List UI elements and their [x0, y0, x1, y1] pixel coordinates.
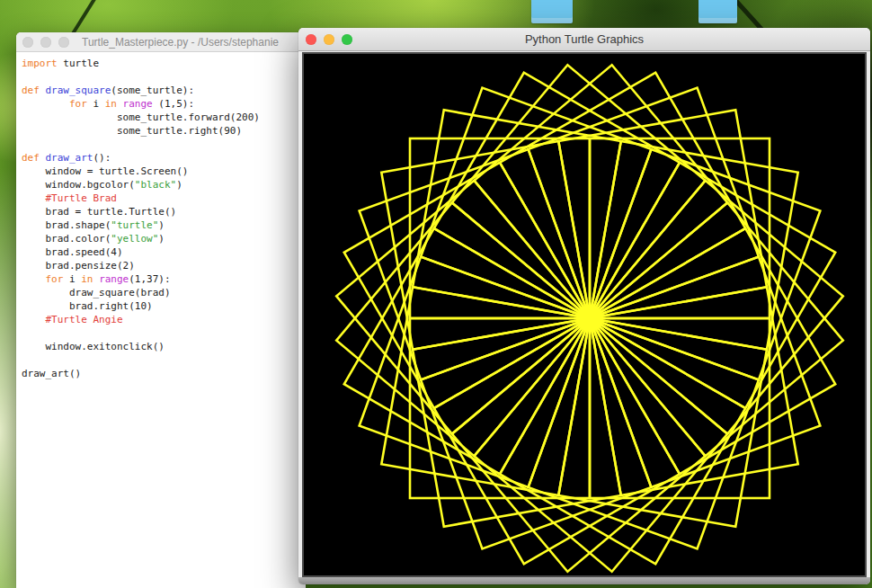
- turtle-graphics-window: Python Turtle Graphics: [298, 28, 870, 584]
- code-line: draw_art(): [22, 367, 306, 380]
- background-window-peek[interactable]: [531, 0, 573, 23]
- window-bottom-edge: [298, 577, 870, 584]
- minimize-button[interactable]: [40, 37, 51, 48]
- zoom-button[interactable]: [58, 37, 69, 48]
- code-line: brad.shape("turtle"): [22, 218, 306, 232]
- code-line: brad.speed(4): [22, 245, 306, 259]
- code-line: [22, 353, 306, 367]
- code-line: def draw_square(some_turtle):: [22, 84, 306, 97]
- code-line: [22, 138, 306, 151]
- code-line: brad.right(10): [22, 299, 306, 313]
- code-line: draw_square(brad): [22, 286, 306, 299]
- spirograph-svg: [304, 54, 865, 575]
- code-line: brad = turtle.Turtle(): [22, 205, 306, 218]
- code-line: window.bgcolor("black"): [22, 178, 306, 192]
- code-editor[interactable]: import turtledef draw_square(some_turtle…: [16, 52, 306, 588]
- code-line: some_turtle.forward(200): [22, 111, 306, 124]
- code-line: [22, 70, 306, 84]
- turtle-window-title: Python Turtle Graphics: [298, 32, 870, 46]
- turtle-titlebar[interactable]: Python Turtle Graphics: [298, 28, 870, 51]
- turtle-canvas[interactable]: [302, 52, 867, 577]
- editor-window-title: Turtle_Masterpiece.py - /Users/stephanie: [82, 36, 279, 49]
- background-window-peek[interactable]: [698, 0, 737, 23]
- editor-titlebar[interactable]: Turtle_Masterpiece.py - /Users/stephanie: [16, 32, 306, 52]
- code-line: [22, 326, 306, 340]
- code-line: def draw_art():: [22, 151, 306, 165]
- close-button[interactable]: [22, 37, 33, 48]
- code-line: for i in range(1,37):: [22, 272, 306, 286]
- code-line: some_turtle.right(90): [22, 124, 306, 138]
- code-line: window = turtle.Screen(): [22, 165, 306, 178]
- editor-traffic-lights: [22, 37, 69, 48]
- code-line: brad.color("yellow"): [22, 232, 306, 245]
- code-line: for i in range (1,5):: [22, 97, 306, 111]
- code-line: brad.pensize(2): [22, 259, 306, 272]
- code-line: #Turtle Angie: [22, 313, 306, 326]
- code-line: window.exitonclick(): [22, 340, 306, 353]
- editor-window: Turtle_Masterpiece.py - /Users/stephanie…: [16, 32, 306, 588]
- code-line: import turtle: [22, 57, 306, 70]
- code-line: #Turtle Brad: [22, 192, 306, 205]
